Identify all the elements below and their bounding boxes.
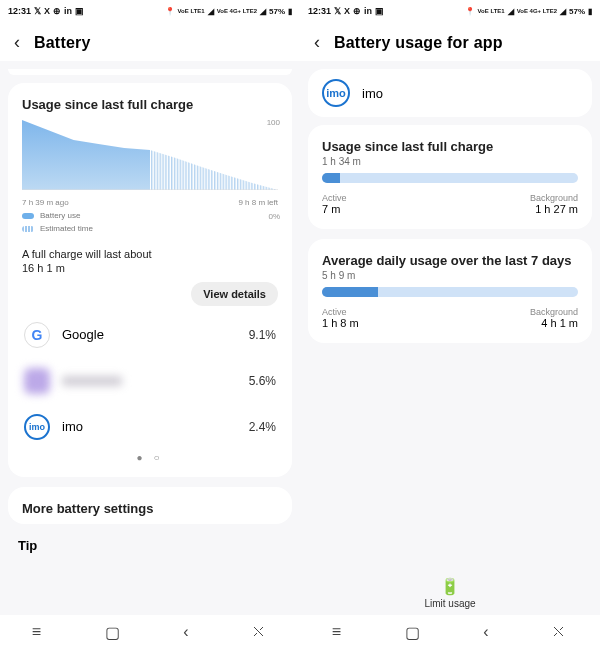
home-icon[interactable]: ▢ — [405, 623, 420, 642]
more-settings-card[interactable]: More battery settings — [8, 487, 292, 524]
signal-icon: ◢ — [260, 7, 266, 16]
avg-daily-card: Average daily usage over the last 7 days… — [308, 239, 592, 343]
battery-pct: 57% — [269, 7, 285, 16]
location-icon: 📍 — [465, 7, 475, 16]
limit-label: Limit usage — [424, 598, 475, 609]
full-charge-estimate: A full charge will last about 16 h 1 m — [22, 247, 278, 276]
usage-bar — [322, 287, 578, 297]
battery-limit-icon: 🔋 — [300, 577, 600, 596]
x-icon: X — [344, 6, 350, 16]
clock: 12:31 — [308, 6, 331, 16]
accessibility-icon[interactable]: ⛌ — [252, 623, 268, 641]
legend2: Estimated time — [40, 224, 93, 233]
legend-hatch-icon — [22, 226, 34, 232]
signal-icon: ◢ — [208, 7, 214, 16]
y-max: 100 — [267, 118, 280, 127]
svg-marker-1 — [22, 120, 150, 190]
svg-marker-2 — [150, 150, 278, 190]
y-min: 0% — [268, 212, 280, 221]
nav-bar: ≡ ▢ ‹ ⛌ — [0, 615, 300, 649]
google-icon: G — [24, 322, 50, 348]
x-icon: X — [44, 6, 50, 16]
usage-since-charge-card: Usage since last full charge 1 h 34 m Ac… — [308, 125, 592, 229]
sim1-label: VoE LTE1 — [478, 8, 505, 14]
battery-screen: 12:31 𝕏 X ⊕ in ▣ 📍 VoE LTE1 ◢ VoE 4G+ LT… — [0, 0, 300, 649]
app-pct: 5.6% — [249, 374, 276, 388]
background-label: Background — [530, 193, 578, 203]
prev-card-edge — [8, 69, 292, 75]
tip-label[interactable]: Tip — [0, 532, 300, 557]
sim2-label: VoE 4G+ LTE2 — [217, 8, 257, 14]
battery-chart[interactable]: 100 0% 7 h 39 m ago 9 h 8 m left Battery… — [22, 120, 278, 233]
more-settings-label: More battery settings — [22, 501, 278, 516]
x-icon: 𝕏 — [34, 6, 41, 16]
usage-bar-fill — [322, 173, 340, 183]
x-end: 9 h 8 m left — [238, 198, 278, 207]
background-value: 4 h 1 m — [530, 317, 578, 329]
location-icon: 📍 — [165, 7, 175, 16]
battery-chart-svg — [22, 120, 278, 190]
page-header: ‹ Battery — [0, 22, 300, 61]
sim1-label: VoE LTE1 — [178, 8, 205, 14]
battery-icon: ▮ — [288, 7, 292, 16]
page-header: ‹ Battery usage for app — [300, 22, 600, 61]
pager-dots[interactable]: ● ○ — [22, 452, 278, 463]
view-details-button[interactable]: View details — [191, 282, 278, 306]
status-bar: 12:31 𝕏 X ⊕ in ▣ 📍 VoE LTE1 ◢ VoE 4G+ LT… — [0, 0, 300, 22]
imo-icon: imo — [322, 79, 350, 107]
app-icon: ⊕ — [353, 6, 361, 16]
page-title: Battery usage for app — [334, 34, 503, 52]
clock: 12:31 — [8, 6, 31, 16]
legend-solid-icon — [22, 213, 34, 219]
signal-icon: ◢ — [560, 7, 566, 16]
app-name: imo — [62, 419, 83, 434]
card-total: 1 h 34 m — [322, 156, 578, 167]
app-pct: 2.4% — [249, 420, 276, 434]
usage-bar-fill — [322, 287, 378, 297]
app-row-imo[interactable]: imo imo 2.4% — [22, 404, 278, 450]
app-name: imo — [362, 86, 383, 101]
active-value: 1 h 8 m — [322, 317, 359, 329]
home-icon[interactable]: ▢ — [105, 623, 120, 642]
status-bar: 12:31 𝕏 X ⊕ in ▣ 📍 VoE LTE1 ◢ VoE 4G+ LT… — [300, 0, 600, 22]
card-total: 5 h 9 m — [322, 270, 578, 281]
back-nav-icon[interactable]: ‹ — [183, 623, 188, 641]
linkedin-icon: in — [364, 6, 372, 16]
sim2-label: VoE 4G+ LTE2 — [517, 8, 557, 14]
app-name-blurred — [62, 376, 122, 386]
card-title: Usage since last full charge — [322, 139, 578, 154]
recents-icon[interactable]: ≡ — [332, 623, 341, 641]
back-icon[interactable]: ‹ — [14, 32, 20, 53]
background-label: Background — [530, 307, 578, 317]
app-icon: ⊕ — [53, 6, 61, 16]
app-icon: ▣ — [75, 6, 84, 16]
usage-card: Usage since last full charge 1 — [8, 83, 292, 477]
app-pct: 9.1% — [249, 328, 276, 342]
battery-icon: ▮ — [588, 7, 592, 16]
active-value: 7 m — [322, 203, 347, 215]
active-label: Active — [322, 307, 359, 317]
app-row-blurred[interactable]: 5.6% — [22, 358, 278, 404]
imo-icon: imo — [24, 414, 50, 440]
linkedin-icon: in — [64, 6, 72, 16]
battery-pct: 57% — [569, 7, 585, 16]
back-icon[interactable]: ‹ — [314, 32, 320, 53]
app-icon-blurred — [24, 368, 50, 394]
card-title: Average daily usage over the last 7 days — [322, 253, 578, 268]
back-nav-icon[interactable]: ‹ — [483, 623, 488, 641]
active-label: Active — [322, 193, 347, 203]
limit-usage-button[interactable]: 🔋 Limit usage — [300, 577, 600, 609]
x-icon: 𝕏 — [334, 6, 341, 16]
signal-icon: ◢ — [508, 7, 514, 16]
app-identity: imo imo — [308, 69, 592, 117]
x-start: 7 h 39 m ago — [22, 198, 69, 207]
app-row-google[interactable]: G Google 9.1% — [22, 312, 278, 358]
recents-icon[interactable]: ≡ — [32, 623, 41, 641]
usage-title: Usage since last full charge — [22, 97, 278, 112]
app-name: Google — [62, 327, 104, 342]
page-title: Battery — [34, 34, 91, 52]
accessibility-icon[interactable]: ⛌ — [552, 623, 568, 641]
legend1: Battery use — [40, 211, 80, 220]
app-icon: ▣ — [375, 6, 384, 16]
nav-bar: ≡ ▢ ‹ ⛌ — [300, 615, 600, 649]
